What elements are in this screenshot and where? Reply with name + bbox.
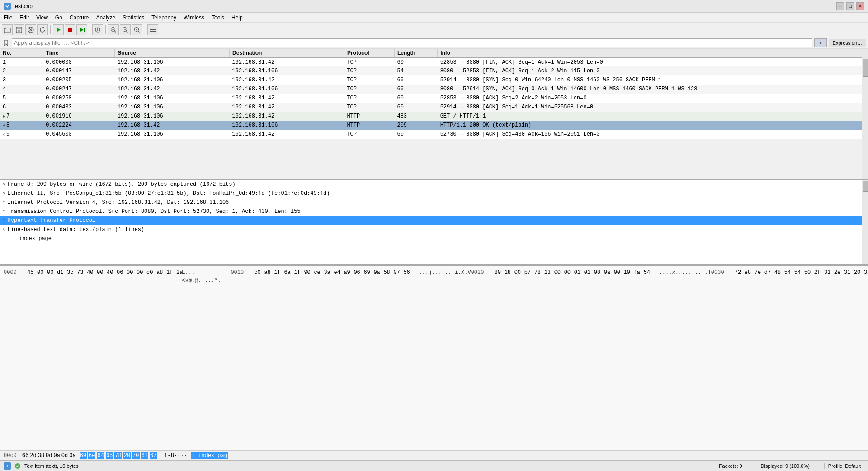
minimize-button[interactable]: ─ (836, 2, 844, 10)
hex-byte[interactable]: 1f (166, 268, 175, 285)
hex-byte[interactable]: 72 (735, 268, 743, 285)
packet-list-scrollbar[interactable] (862, 49, 868, 180)
hex-byte[interactable]: 2f (814, 268, 822, 285)
hex-byte[interactable]: 69 (363, 268, 372, 277)
hex-byte[interactable]: 31 (824, 268, 832, 285)
toolbar-start-capture[interactable] (53, 24, 64, 35)
maximize-button[interactable]: □ (846, 2, 854, 10)
menu-view[interactable]: View (33, 13, 52, 22)
hex-byte[interactable]: ce (314, 268, 322, 277)
hex-byte[interactable]: 01 (574, 268, 582, 277)
hex-byte[interactable]: 1f (274, 268, 282, 277)
title-bar-controls[interactable]: ─ □ ✕ (836, 2, 864, 10)
detail-row-http[interactable]: >Hypertext Transfer Protocol (0, 216, 862, 225)
detail-row-ip[interactable]: >Internet Protocol Version 4, Src: 192.1… (0, 198, 862, 207)
detail-row-frame[interactable]: >Frame 8: 209 bytes on wire (1672 bits),… (0, 180, 862, 189)
hex-byte[interactable]: 32 (864, 268, 868, 285)
filter-arrow-btn[interactable] (814, 38, 827, 47)
table-row[interactable]: ◁90.045600192.168.31.106192.168.31.42TCP… (0, 130, 868, 139)
detail-row-indexpage[interactable]: index page (0, 234, 862, 243)
toolbar-restart-capture[interactable] (76, 24, 87, 35)
hex-byte[interactable]: 50 (804, 268, 812, 285)
hex-byte[interactable]: d7 (764, 268, 773, 285)
toolbar-stop-capture[interactable] (65, 24, 75, 35)
toolbar-close-capture[interactable] (25, 24, 36, 35)
filter-bookmark[interactable] (2, 39, 10, 47)
hex-byte[interactable]: 00 (614, 268, 622, 277)
toggle-icon-http[interactable]: > (3, 218, 6, 223)
detail-row-tcp[interactable]: >Transmission Control Protocol, Src Port… (0, 207, 862, 216)
table-row[interactable]: 30.000205192.168.31.106192.168.31.42TCP6… (0, 75, 868, 85)
table-row[interactable]: 60.000433192.168.31.106192.168.31.42TCP6… (0, 103, 868, 112)
detail-scrollbar-thumb[interactable] (863, 181, 868, 192)
menu-wireless[interactable]: Wireless (180, 13, 208, 22)
hex-byte[interactable]: 58 (383, 268, 392, 277)
table-row[interactable]: 20.000147192.168.31.42192.168.31.106TCP5… (0, 66, 868, 75)
menu-analyze[interactable]: Analyze (93, 13, 119, 22)
hex-byte[interactable]: 00 (554, 268, 562, 277)
hex-byte[interactable]: 00 (37, 268, 45, 285)
hex-byte[interactable]: 45 (27, 268, 35, 285)
menu-go[interactable]: Go (52, 13, 66, 22)
hex-byte[interactable]: 20 (854, 268, 862, 285)
filter-input[interactable] (12, 38, 812, 47)
hex-byte[interactable]: 00 (97, 268, 105, 285)
hex-byte[interactable]: 9a (373, 268, 382, 277)
detail-row-linedata[interactable]: ∨Line-based text data: text/plain (1 lin… (0, 225, 862, 234)
table-row[interactable]: ◀80.002224192.168.31.42192.168.31.106HTT… (0, 121, 868, 130)
hex-byte[interactable]: 78 (534, 268, 542, 277)
toolbar-capture-options[interactable] (92, 24, 103, 35)
hex-byte[interactable]: c0 (146, 268, 155, 285)
menu-file[interactable]: File (0, 13, 16, 22)
hex-byte[interactable]: 08 (594, 268, 602, 277)
toggle-icon-ethernet[interactable]: > (3, 191, 6, 196)
hex-byte[interactable]: 0a (604, 268, 612, 277)
menu-edit[interactable]: Edit (16, 13, 33, 22)
menu-tools[interactable]: Tools (208, 13, 228, 22)
hex-byte[interactable]: fa (634, 268, 642, 277)
toolbar-reload[interactable] (37, 24, 48, 35)
toolbar-open[interactable] (2, 24, 13, 35)
hex-byte[interactable]: 13 (544, 268, 552, 277)
hex-byte[interactable]: 00 (514, 268, 523, 277)
table-row[interactable]: 10.000000192.168.31.106192.168.31.42TCP6… (0, 57, 868, 66)
hex-byte[interactable]: e8 (745, 268, 753, 285)
detail-scrollbar[interactable] (862, 180, 868, 266)
hex-byte[interactable]: 06 (117, 268, 125, 285)
table-row[interactable]: 50.000258192.168.31.106192.168.31.42TCP6… (0, 94, 868, 103)
hex-byte[interactable]: 00 (127, 268, 135, 285)
toolbar-zoom-normal[interactable] (132, 24, 142, 35)
hex-byte[interactable]: 48 (774, 268, 783, 285)
hex-byte[interactable]: 01 (584, 268, 592, 277)
menu-statistics[interactable]: Statistics (119, 13, 148, 22)
expression-button[interactable]: Expression… (829, 39, 866, 47)
table-row[interactable]: ▶70.001916192.168.31.106192.168.31.42HTT… (0, 112, 868, 121)
toolbar-zoom-in[interactable] (108, 24, 119, 35)
hex-byte[interactable]: c0 (254, 268, 262, 277)
detail-row-ethernet[interactable]: >Ethernet II, Src: PcsCompu_e1:31:5b (08… (0, 189, 862, 198)
hex-byte[interactable]: 54 (644, 268, 652, 277)
hex-byte[interactable]: b7 (524, 268, 533, 277)
hex-byte[interactable]: 06 (354, 268, 362, 277)
hex-byte[interactable]: 10 (624, 268, 632, 277)
hex-byte[interactable]: 18 (505, 268, 513, 277)
menu-help[interactable]: Help (228, 13, 246, 22)
hex-byte[interactable]: 3c (67, 268, 75, 285)
table-row[interactable]: 40.000247192.168.31.42192.168.31.106TCP6… (0, 85, 868, 94)
hex-byte[interactable]: 3a (324, 268, 332, 277)
hex-byte[interactable]: 31 (844, 268, 852, 285)
hex-byte[interactable]: a9 (344, 268, 352, 277)
hex-byte[interactable]: a8 (156, 268, 165, 285)
hex-byte[interactable]: 80 (495, 268, 503, 277)
hex-byte[interactable]: 90 (304, 268, 312, 277)
menu-capture[interactable]: Capture (66, 13, 93, 22)
toggle-icon-frame[interactable]: > (3, 182, 6, 187)
menu-telephony[interactable]: Telephony (148, 13, 180, 22)
scrollbar-thumb[interactable] (863, 59, 868, 77)
hex-byte[interactable]: 2e (834, 268, 842, 285)
hex-byte[interactable]: 07 (393, 268, 401, 277)
toolbar-zoom-out[interactable] (120, 24, 131, 35)
toggle-icon-linedata[interactable]: ∨ (3, 227, 6, 233)
toggle-icon-ip[interactable]: > (3, 200, 6, 205)
toolbar-save[interactable] (14, 24, 24, 35)
